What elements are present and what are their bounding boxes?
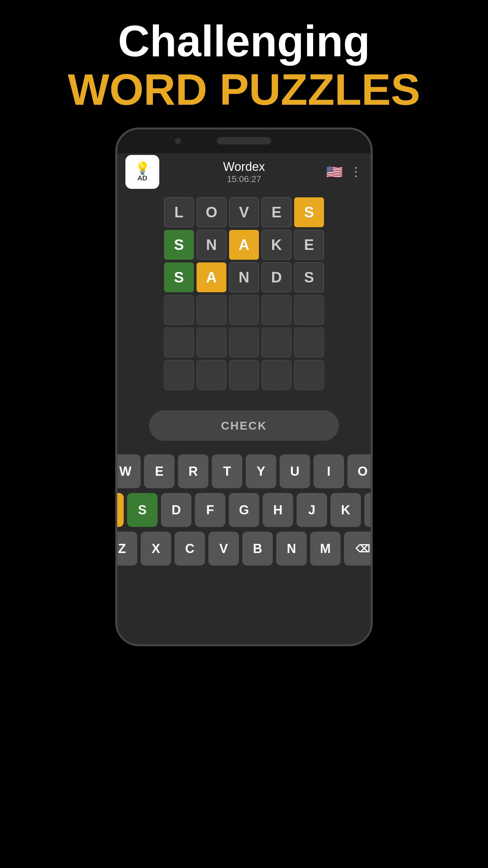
grid-cell: N [197,230,226,260]
grid-cell: N [229,262,259,292]
keyboard-key[interactable]: O [347,454,373,488]
grid-cell: S [294,262,324,292]
grid-cell [197,328,226,357]
keyboard-key[interactable]: K [330,493,361,527]
grid-cell: V [229,197,259,227]
keyboard-key[interactable]: M [310,532,341,566]
keyboard-row: ASDFGHJKL [115,493,373,527]
app-topbar-right: 🇺🇸 ⋮ [326,164,363,180]
keyboard-key[interactable]: A [115,493,124,527]
header-line1: Challenging [68,17,420,65]
app-topbar: 💡 AD Wordex 15:06:27 🇺🇸 ⋮ [117,153,371,191]
grid-cell: S [164,230,194,260]
grid-cell: E [294,230,324,260]
phone-frame: 💡 AD Wordex 15:06:27 🇺🇸 ⋮ LOVESSNAKESAND… [115,127,373,646]
check-button[interactable]: CHECK [149,410,339,441]
grid-cell [229,360,259,390]
grid-cell: O [197,197,226,227]
grid-cell [262,328,291,357]
keyboard-row: QWERTYUIOP [115,454,373,488]
app-title-area: Wordex 15:06:27 [223,160,265,184]
ad-button[interactable]: 💡 AD [125,155,159,189]
keyboard-key[interactable]: N [276,532,307,566]
keyboard: QWERTYUIOPASDFGHJKLZXCVBNM⌫ [117,454,371,566]
grid-cell: A [197,262,226,292]
keyboard-key[interactable]: H [263,493,293,527]
keyboard-key[interactable]: L [364,493,373,527]
grid-cell: E [262,197,291,227]
bulb-icon: 💡 [135,162,150,174]
keyboard-key[interactable]: G [229,493,259,527]
app-content: 💡 AD Wordex 15:06:27 🇺🇸 ⋮ LOVESSNAKESAND… [117,153,371,644]
menu-icon[interactable]: ⋮ [350,165,363,179]
phone-side-button [371,272,373,309]
keyboard-key[interactable]: F [195,493,225,527]
app-title: Wordex [223,160,265,174]
app-timer: 15:06:27 [223,174,265,184]
header-line2: WORD PUZZLES [68,65,420,114]
keyboard-key[interactable]: S [127,493,158,527]
grid-cell [197,360,226,390]
grid-cell [229,328,259,357]
keyboard-key[interactable]: T [212,454,242,488]
grid-cell [294,328,324,357]
grid-cell [294,295,324,325]
grid-cell [294,360,324,390]
grid-cell [262,295,291,325]
keyboard-key[interactable]: D [161,493,191,527]
grid-cell: L [164,197,194,227]
keyboard-key[interactable]: C [175,532,205,566]
grid-cell [164,295,194,325]
grid-cell: D [262,262,291,292]
grid-cell: K [262,230,291,260]
header: Challenging WORD PUZZLES [68,17,420,114]
grid-cell [262,360,291,390]
grid-cell: S [294,197,324,227]
grid-cell: S [164,262,194,292]
phone-top-bar [117,130,371,153]
phone-camera [175,138,181,144]
keyboard-key[interactable]: Z [115,532,137,566]
keyboard-key[interactable]: I [313,454,344,488]
grid-cell [164,360,194,390]
grid-cell [197,295,226,325]
keyboard-key[interactable]: J [297,493,327,527]
keyboard-key[interactable]: V [208,532,239,566]
keyboard-key[interactable]: U [280,454,310,488]
keyboard-key[interactable]: X [141,532,171,566]
ad-label: AD [138,174,147,182]
keyboard-key[interactable]: B [242,532,273,566]
keyboard-key[interactable]: ⌫ [344,532,373,566]
keyboard-key[interactable]: R [178,454,208,488]
flag-icon[interactable]: 🇺🇸 [326,164,343,180]
grid-cell [229,295,259,325]
check-label: CHECK [221,419,267,432]
keyboard-key[interactable]: E [144,454,175,488]
grid-cell: A [229,230,259,260]
keyboard-key[interactable]: Y [246,454,276,488]
grid-cell [164,328,194,357]
game-grid: LOVESSNAKESANDS [164,197,324,390]
keyboard-row: ZXCVBNM⌫ [115,532,373,566]
phone-speaker [217,137,271,144]
keyboard-key[interactable]: W [115,454,141,488]
